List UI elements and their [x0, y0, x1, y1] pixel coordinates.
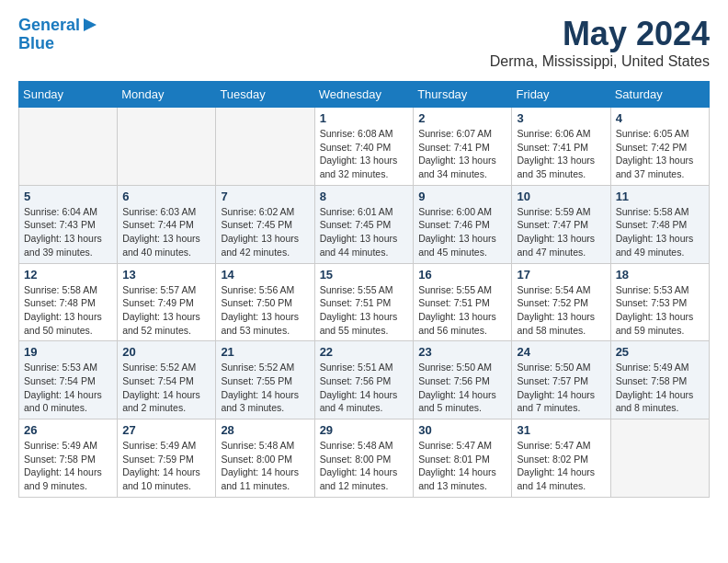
logo-blue-text: Blue — [18, 35, 54, 53]
day-header-monday: Monday — [118, 82, 216, 108]
day-info: Sunrise: 5:53 AMSunset: 7:54 PMDaylight:… — [24, 361, 112, 415]
day-info: Sunrise: 6:00 AMSunset: 7:46 PMDaylight:… — [418, 205, 506, 259]
day-number: 13 — [122, 268, 210, 282]
calendar-day: 9Sunrise: 6:00 AMSunset: 7:46 PMDaylight… — [414, 185, 512, 263]
day-info: Sunrise: 5:57 AMSunset: 7:49 PMDaylight:… — [122, 283, 210, 338]
day-info: Sunrise: 6:06 AMSunset: 7:41 PMDaylight:… — [517, 127, 605, 181]
calendar-day: 3Sunrise: 6:06 AMSunset: 7:41 PMDaylight… — [512, 108, 610, 186]
calendar-day: 25Sunrise: 5:49 AMSunset: 7:58 PMDayligh… — [610, 341, 709, 419]
day-info: Sunrise: 5:55 AMSunset: 7:51 PMDaylight:… — [418, 283, 506, 338]
day-number: 19 — [24, 345, 112, 359]
calendar-day: 28Sunrise: 5:48 AMSunset: 8:00 PMDayligh… — [216, 419, 314, 498]
calendar-title: May 2024 Derma, Mississippi, United Stat… — [490, 15, 710, 70]
day-info: Sunrise: 5:50 AMSunset: 7:56 PMDaylight:… — [418, 361, 506, 415]
day-number: 21 — [221, 345, 309, 359]
calendar-day — [610, 419, 709, 498]
day-number: 18 — [616, 268, 704, 282]
calendar-week-row: 12Sunrise: 5:58 AMSunset: 7:48 PMDayligh… — [19, 263, 710, 341]
calendar-day: 17Sunrise: 5:54 AMSunset: 7:52 PMDayligh… — [512, 263, 610, 341]
day-number: 2 — [418, 111, 506, 125]
day-number: 28 — [221, 423, 309, 437]
day-info: Sunrise: 6:04 AMSunset: 7:43 PMDaylight:… — [24, 205, 112, 259]
day-info: Sunrise: 5:58 AMSunset: 7:48 PMDaylight:… — [616, 205, 704, 259]
calendar-header-row: SundayMondayTuesdayWednesdayThursdayFrid… — [19, 82, 710, 108]
month-title: May 2024 — [490, 15, 710, 53]
day-info: Sunrise: 5:59 AMSunset: 7:47 PMDaylight:… — [517, 205, 605, 259]
day-number: 7 — [221, 190, 309, 203]
day-number: 5 — [24, 190, 112, 203]
calendar-table: SundayMondayTuesdayWednesdayThursdayFrid… — [18, 81, 710, 498]
day-header-thursday: Thursday — [414, 82, 512, 108]
day-number: 22 — [320, 345, 409, 359]
logo: General Blue — [18, 15, 100, 53]
calendar-day: 26Sunrise: 5:49 AMSunset: 7:58 PMDayligh… — [19, 419, 118, 498]
svg-marker-0 — [84, 18, 97, 31]
day-info: Sunrise: 5:47 AMSunset: 8:02 PMDaylight:… — [517, 439, 605, 493]
calendar-day: 15Sunrise: 5:55 AMSunset: 7:51 PMDayligh… — [314, 263, 414, 341]
day-info: Sunrise: 5:52 AMSunset: 7:54 PMDaylight:… — [122, 361, 210, 415]
day-number: 17 — [517, 268, 605, 282]
day-info: Sunrise: 5:48 AMSunset: 8:00 PMDaylight:… — [320, 439, 409, 493]
calendar-day: 2Sunrise: 6:07 AMSunset: 7:41 PMDaylight… — [414, 108, 512, 186]
day-info: Sunrise: 6:08 AMSunset: 7:40 PMDaylight:… — [320, 127, 409, 181]
day-info: Sunrise: 5:50 AMSunset: 7:57 PMDaylight:… — [517, 361, 605, 415]
day-number: 1 — [320, 111, 409, 125]
day-info: Sunrise: 5:47 AMSunset: 8:01 PMDaylight:… — [418, 439, 506, 493]
day-number: 4 — [616, 111, 704, 125]
day-header-wednesday: Wednesday — [314, 82, 414, 108]
calendar-day: 16Sunrise: 5:55 AMSunset: 7:51 PMDayligh… — [414, 263, 512, 341]
calendar-day: 4Sunrise: 6:05 AMSunset: 7:42 PMDaylight… — [610, 108, 709, 186]
calendar-day: 8Sunrise: 6:01 AMSunset: 7:45 PMDaylight… — [314, 185, 414, 263]
day-number: 16 — [418, 268, 506, 282]
calendar-day: 14Sunrise: 5:56 AMSunset: 7:50 PMDayligh… — [216, 263, 314, 341]
calendar-day — [118, 108, 216, 186]
calendar-day: 6Sunrise: 6:03 AMSunset: 7:44 PMDaylight… — [118, 185, 216, 263]
calendar-day: 10Sunrise: 5:59 AMSunset: 7:47 PMDayligh… — [512, 185, 610, 263]
day-number: 12 — [24, 268, 112, 282]
calendar-day: 7Sunrise: 6:02 AMSunset: 7:45 PMDaylight… — [216, 185, 314, 263]
day-number: 11 — [616, 190, 704, 203]
calendar-week-row: 26Sunrise: 5:49 AMSunset: 7:58 PMDayligh… — [19, 419, 710, 498]
calendar-day: 18Sunrise: 5:53 AMSunset: 7:53 PMDayligh… — [610, 263, 709, 341]
location-title: Derma, Mississippi, United States — [490, 53, 710, 70]
calendar-week-row: 5Sunrise: 6:04 AMSunset: 7:43 PMDaylight… — [19, 185, 710, 263]
day-info: Sunrise: 5:53 AMSunset: 7:53 PMDaylight:… — [616, 283, 704, 338]
calendar-day: 5Sunrise: 6:04 AMSunset: 7:43 PMDaylight… — [19, 185, 118, 263]
day-number: 27 — [122, 423, 210, 437]
day-info: Sunrise: 5:49 AMSunset: 7:59 PMDaylight:… — [122, 439, 210, 493]
day-number: 10 — [517, 190, 605, 203]
calendar-day — [19, 108, 118, 186]
day-number: 26 — [24, 423, 112, 437]
day-number: 3 — [517, 111, 605, 125]
day-header-tuesday: Tuesday — [216, 82, 314, 108]
day-number: 23 — [418, 345, 506, 359]
logo-arrow-icon — [84, 17, 100, 33]
calendar-day: 30Sunrise: 5:47 AMSunset: 8:01 PMDayligh… — [414, 419, 512, 498]
calendar-day: 1Sunrise: 6:08 AMSunset: 7:40 PMDaylight… — [314, 108, 414, 186]
day-number: 9 — [418, 190, 506, 203]
calendar-week-row: 19Sunrise: 5:53 AMSunset: 7:54 PMDayligh… — [19, 341, 710, 419]
day-number: 6 — [122, 190, 210, 203]
day-info: Sunrise: 5:49 AMSunset: 7:58 PMDaylight:… — [24, 439, 112, 493]
calendar-day: 22Sunrise: 5:51 AMSunset: 7:56 PMDayligh… — [314, 341, 414, 419]
calendar-day: 29Sunrise: 5:48 AMSunset: 8:00 PMDayligh… — [314, 419, 414, 498]
day-info: Sunrise: 5:52 AMSunset: 7:55 PMDaylight:… — [221, 361, 309, 415]
day-info: Sunrise: 5:56 AMSunset: 7:50 PMDaylight:… — [221, 283, 309, 338]
day-header-saturday: Saturday — [610, 82, 709, 108]
day-info: Sunrise: 5:49 AMSunset: 7:58 PMDaylight:… — [616, 361, 704, 415]
day-info: Sunrise: 6:01 AMSunset: 7:45 PMDaylight:… — [320, 205, 409, 259]
day-info: Sunrise: 5:58 AMSunset: 7:48 PMDaylight:… — [24, 283, 112, 338]
day-header-sunday: Sunday — [19, 82, 118, 108]
calendar-day: 27Sunrise: 5:49 AMSunset: 7:59 PMDayligh… — [118, 419, 216, 498]
day-info: Sunrise: 5:54 AMSunset: 7:52 PMDaylight:… — [517, 283, 605, 338]
day-info: Sunrise: 6:03 AMSunset: 7:44 PMDaylight:… — [122, 205, 210, 259]
day-info: Sunrise: 6:07 AMSunset: 7:41 PMDaylight:… — [418, 127, 506, 181]
day-info: Sunrise: 6:05 AMSunset: 7:42 PMDaylight:… — [616, 127, 704, 181]
calendar-week-row: 1Sunrise: 6:08 AMSunset: 7:40 PMDaylight… — [19, 108, 710, 186]
calendar-day: 12Sunrise: 5:58 AMSunset: 7:48 PMDayligh… — [19, 263, 118, 341]
day-info: Sunrise: 5:48 AMSunset: 8:00 PMDaylight:… — [221, 439, 309, 493]
calendar-day: 13Sunrise: 5:57 AMSunset: 7:49 PMDayligh… — [118, 263, 216, 341]
calendar-day: 23Sunrise: 5:50 AMSunset: 7:56 PMDayligh… — [414, 341, 512, 419]
logo-text: General — [18, 17, 80, 35]
day-info: Sunrise: 5:51 AMSunset: 7:56 PMDaylight:… — [320, 361, 409, 415]
